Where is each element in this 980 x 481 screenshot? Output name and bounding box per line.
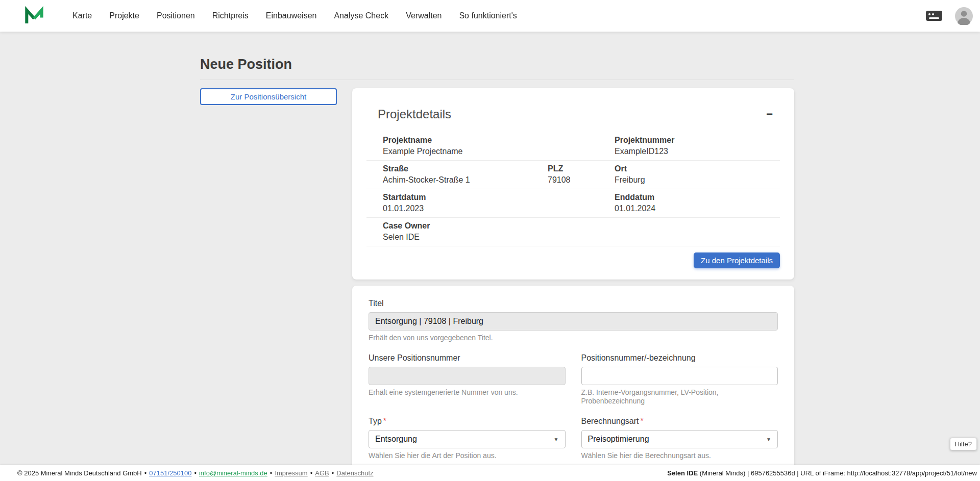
- projektnummer-value: ExampleID123: [615, 146, 780, 157]
- project-details-title: Projektdetails: [378, 107, 451, 122]
- unsere-positionsnummer-input: [369, 367, 566, 385]
- separator: •: [270, 469, 273, 477]
- datenschutz-link[interactable]: Datenschutz: [336, 469, 373, 477]
- project-details-card: Projektdetails − Projektname Example Pro…: [352, 88, 794, 280]
- main-nav: Karte Projekte Positionen Richtpreis Ein…: [72, 11, 517, 20]
- titel-helper: Erhält den von uns vorgegebenen Titel.: [369, 334, 778, 342]
- nav-item-so-funktionierts[interactable]: So funktioniert's: [459, 11, 517, 20]
- left-column: Zur Positionsübersicht: [200, 88, 337, 105]
- typ-field: Typ* Entsorgung ▼ Wählen Sie hier die Ar…: [369, 417, 566, 460]
- berechnungsart-label: Berechnungsart*: [581, 417, 778, 426]
- titel-input: [369, 312, 778, 331]
- back-to-positions-button[interactable]: Zur Positionsübersicht: [200, 88, 337, 105]
- case-owner-label: Case Owner: [383, 221, 780, 231]
- footer-links: © 2025 Mineral Minds Deutschland GmbH • …: [17, 469, 374, 477]
- berechnungsart-select[interactable]: Preisoptimierung ▼: [581, 430, 778, 448]
- user-avatar[interactable]: [955, 7, 973, 25]
- table-row: Projektname Example Projectname Projektn…: [366, 132, 780, 161]
- session-info: Selen IDE (Mineral Minds) | 69576255536d…: [667, 469, 977, 477]
- separator: •: [310, 469, 313, 477]
- logo[interactable]: [24, 6, 44, 26]
- table-row: Case Owner Selen IDE: [366, 218, 780, 246]
- separator: •: [144, 469, 147, 477]
- required-asterisk: *: [640, 417, 643, 425]
- chevron-down-icon: ▼: [766, 437, 771, 442]
- startdatum-label: Startdatum: [383, 192, 615, 202]
- plz-value: 79108: [548, 175, 615, 185]
- nav-item-analyse-check[interactable]: Analyse Check: [334, 11, 388, 20]
- required-asterisk: *: [383, 417, 386, 425]
- strasse-value: Achim-Stocker-Straße 1: [383, 175, 548, 185]
- project-details-button[interactable]: Zu den Projektdetails: [694, 252, 780, 268]
- unsere-positionsnummer-helper: Erhält eine systemgenerierte Nummer von …: [369, 388, 566, 397]
- positionsnummer-helper: Z.B. Interne-Vorgangsnummer, LV-Position…: [581, 388, 778, 406]
- typ-helper: Wählen Sie hier die Art der Position aus…: [369, 451, 566, 460]
- nav-item-positionen[interactable]: Positionen: [157, 11, 195, 20]
- table-row: Straße Achim-Stocker-Straße 1 PLZ 79108 …: [366, 161, 780, 189]
- separator: •: [194, 469, 197, 477]
- typ-select-value: Entsorgung: [375, 435, 417, 444]
- title-divider: [200, 80, 794, 80]
- berechnungsart-helper: Wählen Sie hier die Berechnungsart aus.: [581, 451, 778, 460]
- right-column: Projektdetails − Projektname Example Pro…: [352, 88, 794, 481]
- nav-item-projekte[interactable]: Projekte: [109, 11, 139, 20]
- startdatum-value: 01.01.2023: [383, 204, 615, 214]
- unsere-positionsnummer-label: Unsere Positionsnummer: [369, 353, 566, 363]
- impressum-link[interactable]: Impressum: [275, 469, 307, 477]
- email-link[interactable]: info@mineral-minds.de: [199, 469, 267, 477]
- session-user: Selen IDE: [667, 469, 698, 477]
- main-content: Neue Position Zur Positionsübersicht Pro…: [0, 0, 980, 481]
- typ-label: Typ*: [369, 417, 566, 426]
- phone-link[interactable]: 07151/250100: [149, 469, 191, 477]
- position-form-card: Titel Erhält den von uns vorgegebenen Ti…: [352, 286, 794, 481]
- titel-label: Titel: [369, 299, 778, 308]
- table-row: Startdatum 01.01.2023 Enddatum 01.01.202…: [366, 189, 780, 218]
- logo-icon: [24, 6, 44, 26]
- strasse-label: Straße: [383, 164, 548, 174]
- project-details-table: Projektname Example Projectname Projektn…: [366, 132, 780, 246]
- ort-value: Freiburg: [615, 175, 780, 185]
- titel-field: Titel Erhält den von uns vorgegebenen Ti…: [369, 299, 778, 342]
- positionsnummer-field: Positionsnummer/-bezeichnung Z.B. Intern…: [581, 353, 778, 406]
- positionsnummer-label: Positionsnummer/-bezeichnung: [581, 353, 778, 363]
- nav-item-karte[interactable]: Karte: [72, 11, 92, 20]
- server-icon[interactable]: [925, 10, 943, 21]
- session-details: (Mineral Minds) | 69576255536d | URL of …: [698, 469, 977, 477]
- ort-label: Ort: [615, 164, 780, 174]
- berechnungsart-select-value: Preisoptimierung: [588, 435, 649, 444]
- footer: © 2025 Mineral Minds Deutschland GmbH • …: [0, 465, 980, 481]
- separator: •: [332, 469, 334, 477]
- projektnummer-label: Projektnummer: [615, 135, 780, 145]
- enddatum-value: 01.01.2024: [615, 204, 780, 214]
- plz-label: PLZ: [548, 164, 615, 174]
- case-owner-value: Selen IDE: [383, 232, 780, 242]
- unsere-positionsnummer-field: Unsere Positionsnummer Erhält eine syste…: [369, 353, 566, 406]
- nav-item-richtpreis[interactable]: Richtpreis: [212, 11, 249, 20]
- header-actions: [925, 7, 973, 25]
- projektname-value: Example Projectname: [383, 146, 615, 157]
- agb-link[interactable]: AGB: [315, 469, 329, 477]
- chevron-down-icon: ▼: [554, 437, 559, 442]
- nav-item-verwalten[interactable]: Verwalten: [406, 11, 442, 20]
- help-button[interactable]: Hilfe?: [950, 438, 977, 450]
- person-icon: [955, 7, 973, 25]
- top-nav: Karte Projekte Positionen Richtpreis Ein…: [0, 0, 980, 32]
- berechnungsart-field: Berechnungsart* Preisoptimierung ▼ Wähle…: [581, 417, 778, 460]
- positionsnummer-input[interactable]: [581, 367, 778, 385]
- typ-select[interactable]: Entsorgung ▼: [369, 430, 566, 448]
- nav-item-einbauweisen[interactable]: Einbauweisen: [266, 11, 317, 20]
- enddatum-label: Enddatum: [615, 192, 780, 202]
- projektname-label: Projektname: [383, 135, 615, 145]
- collapse-icon[interactable]: −: [766, 107, 773, 122]
- copyright: © 2025 Mineral Minds Deutschland GmbH: [17, 469, 142, 477]
- page-title: Neue Position: [200, 56, 794, 73]
